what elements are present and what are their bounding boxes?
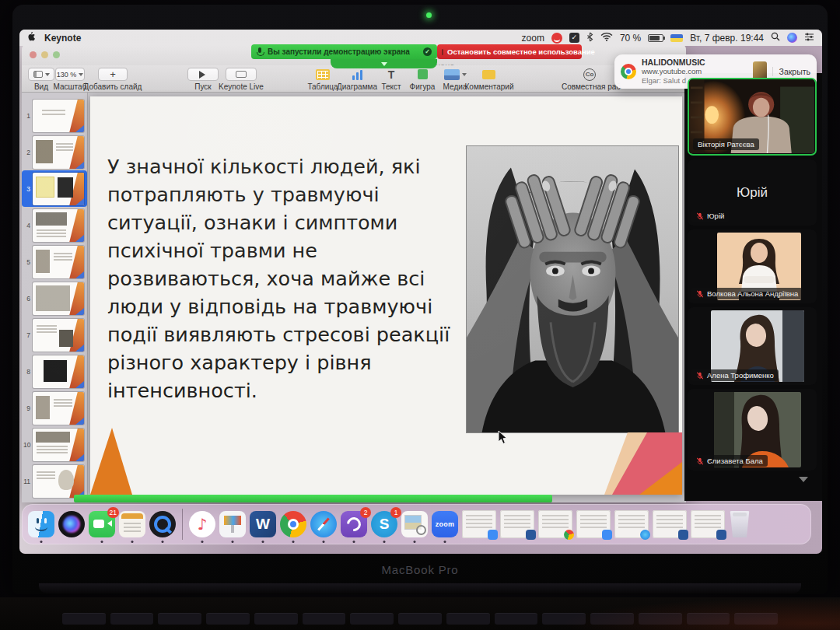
slide-thumbnail-8[interactable]: 8 bbox=[22, 353, 87, 390]
add-slide-label: Добавить слайд bbox=[79, 82, 147, 91]
stop-share-button[interactable]: Остановить совместное использование bbox=[437, 44, 582, 59]
participant-tile[interactable]: Єлизавета Бала bbox=[688, 389, 817, 471]
viber-icon[interactable]: 2 bbox=[341, 511, 367, 537]
collaborate-button[interactable]: Co bbox=[578, 68, 601, 81]
slide-number: 5 bbox=[23, 258, 30, 266]
keynote-live-button[interactable] bbox=[226, 68, 257, 81]
notification-close-button[interactable]: Закрыть bbox=[772, 67, 810, 76]
slide-thumbnail-4[interactable]: 4 bbox=[22, 207, 87, 243]
slide-thumbnail-10[interactable]: 10 bbox=[22, 426, 87, 463]
running-indicator bbox=[131, 541, 134, 543]
slide-thumbnail-9[interactable]: 9 bbox=[22, 390, 87, 426]
zoom-app-menu[interactable]: zoom bbox=[522, 33, 544, 44]
minimized-window[interactable] bbox=[691, 510, 725, 538]
shape-button[interactable] bbox=[411, 68, 434, 81]
minimized-window[interactable] bbox=[538, 510, 572, 538]
banner-collapse-tab[interactable] bbox=[331, 59, 437, 68]
fullscreen-window-button[interactable] bbox=[53, 51, 60, 58]
table-button[interactable] bbox=[310, 68, 336, 81]
slide-thumbnail-11[interactable]: 11 bbox=[22, 463, 87, 499]
thumbnail-preview[interactable] bbox=[33, 246, 84, 278]
dock: 2121 bbox=[22, 504, 811, 544]
current-slide[interactable]: У значної кількості людей, які потрапляю… bbox=[90, 96, 682, 495]
bluetooth-icon[interactable] bbox=[586, 32, 593, 44]
keynote-icon[interactable] bbox=[219, 511, 246, 537]
slide-body-text[interactable]: У значної кількості людей, які потрапляю… bbox=[107, 152, 464, 404]
close-window-button[interactable] bbox=[30, 51, 37, 58]
finder-icon[interactable] bbox=[28, 511, 54, 537]
thumbnail-preview[interactable] bbox=[33, 136, 84, 169]
zoom-app-icon[interactable] bbox=[432, 511, 458, 537]
chart-button[interactable] bbox=[344, 68, 370, 81]
zoom-level-button[interactable]: 130 % bbox=[55, 68, 85, 81]
add-slide-button[interactable]: + bbox=[98, 68, 128, 81]
control-center-icon[interactable] bbox=[804, 33, 814, 44]
participant-name: Юрій bbox=[707, 212, 724, 220]
play-icon bbox=[199, 71, 209, 79]
thumbnail-preview[interactable] bbox=[33, 355, 84, 388]
slide-thumbnail-3[interactable]: 3 bbox=[22, 170, 87, 207]
slide-thumbnail-6[interactable]: 6 bbox=[22, 280, 87, 317]
play-button[interactable] bbox=[187, 68, 219, 81]
dock-divider[interactable] bbox=[182, 509, 183, 540]
photos-icon[interactable] bbox=[401, 511, 428, 537]
notes-icon[interactable] bbox=[119, 511, 145, 537]
wifi-icon[interactable] bbox=[600, 33, 613, 44]
word-icon[interactable] bbox=[250, 511, 276, 537]
battery-percent: 70 % bbox=[620, 33, 641, 44]
scroll-down-icon[interactable] bbox=[799, 477, 808, 487]
slide-navigator[interactable]: 1234567891011 bbox=[22, 93, 88, 502]
thumbnail-preview[interactable] bbox=[33, 319, 84, 352]
participant-tile-active-speaker[interactable]: Вікторія Ратєєва bbox=[688, 78, 817, 156]
media-button[interactable] bbox=[440, 68, 470, 81]
thumbnail-preview[interactable] bbox=[33, 282, 84, 315]
mic-muted-icon bbox=[696, 212, 704, 220]
thumbnail-preview[interactable] bbox=[33, 173, 84, 205]
text-button[interactable]: T bbox=[380, 68, 403, 81]
slide-thumbnail-2[interactable]: 2 bbox=[22, 134, 87, 170]
music-icon[interactable] bbox=[189, 511, 215, 537]
participant-name-label: Вікторія Ратєєва bbox=[693, 138, 759, 150]
menu-bar-clock[interactable]: Вт, 7 февр. 19:44 bbox=[690, 33, 764, 44]
thumbnail-preview[interactable] bbox=[33, 392, 84, 425]
spotlight-icon[interactable] bbox=[771, 32, 780, 44]
participant-tile[interactable]: Юрій Юрій bbox=[688, 159, 817, 226]
facetime-icon[interactable]: 21 bbox=[89, 511, 115, 537]
quicktime-icon[interactable] bbox=[149, 511, 176, 537]
active-app-name[interactable]: Keynote bbox=[44, 33, 81, 44]
screen-share-banner: Вы запустили демонстрацию экрана ✓ bbox=[251, 44, 437, 59]
comment-button[interactable] bbox=[477, 68, 500, 81]
notification-title: HALIDONMUSIC bbox=[642, 58, 747, 67]
thumbnail-preview[interactable] bbox=[33, 100, 84, 132]
slide-number: 8 bbox=[23, 368, 30, 376]
thumbnail-preview[interactable] bbox=[33, 465, 84, 498]
siri-icon[interactable] bbox=[787, 33, 797, 43]
chrome-icon[interactable] bbox=[280, 511, 306, 537]
slide-thumbnail-7[interactable]: 7 bbox=[22, 317, 87, 353]
minimized-window[interactable] bbox=[500, 510, 534, 538]
slide-thumbnail-1[interactable]: 1 bbox=[22, 97, 87, 134]
slide-decoration-orange-wedge bbox=[90, 428, 132, 495]
slide-photo-man-hands-on-head[interactable] bbox=[467, 146, 678, 432]
slide-thumbnail-5[interactable]: 5 bbox=[22, 243, 87, 280]
minimized-window[interactable] bbox=[653, 510, 687, 538]
minimized-window[interactable] bbox=[614, 510, 649, 538]
thumbnail-preview[interactable] bbox=[33, 209, 84, 242]
view-button[interactable] bbox=[28, 68, 54, 81]
thumbnail-preview[interactable] bbox=[33, 429, 84, 461]
minimized-window[interactable] bbox=[462, 510, 496, 538]
call-status-icon[interactable] bbox=[551, 33, 562, 44]
apple-menu-icon[interactable] bbox=[27, 31, 37, 44]
participant-tile[interactable]: Алена Трофименко bbox=[688, 307, 817, 385]
ukraine-flag-icon[interactable] bbox=[670, 34, 683, 42]
minimized-window[interactable] bbox=[576, 510, 611, 538]
safari-icon[interactable] bbox=[310, 511, 337, 537]
minimize-window-button[interactable] bbox=[41, 51, 48, 58]
shield-check-icon[interactable]: ✓ bbox=[569, 33, 579, 43]
skype-icon[interactable]: 1 bbox=[371, 511, 397, 537]
siri-icon[interactable] bbox=[58, 511, 85, 537]
trash-icon[interactable] bbox=[729, 511, 751, 537]
keynote-window: нено Вид 130 % Масштаб + Добавить слайд … bbox=[22, 44, 686, 502]
battery-icon[interactable] bbox=[648, 34, 663, 42]
participant-tile[interactable]: Волкова Альона Андріївна bbox=[688, 229, 817, 303]
